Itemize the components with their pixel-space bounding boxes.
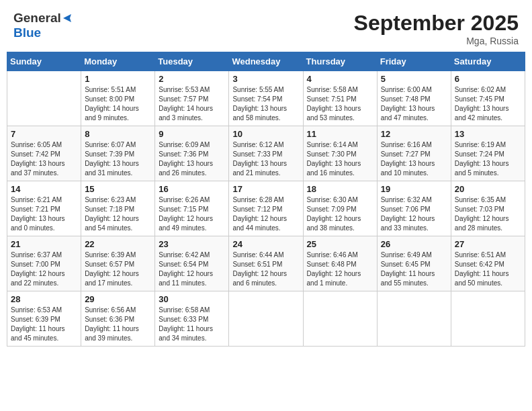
calendar-cell: 1Sunrise: 5:51 AM Sunset: 8:00 PM Daylig… [81, 71, 155, 126]
calendar-cell: 14Sunrise: 6:21 AM Sunset: 7:21 PM Dayli… [7, 181, 81, 236]
calendar-week-row: 1Sunrise: 5:51 AM Sunset: 8:00 PM Daylig… [7, 71, 525, 126]
header-saturday: Saturday [451, 52, 525, 71]
calendar-cell: 9Sunrise: 6:09 AM Sunset: 7:36 PM Daylig… [155, 126, 229, 181]
day-info: Sunrise: 6:12 AM Sunset: 7:33 PM Dayligh… [232, 140, 299, 178]
day-number: 24 [232, 239, 299, 249]
day-info: Sunrise: 6:56 AM Sunset: 6:36 PM Dayligh… [85, 306, 151, 343]
calendar-cell: 24Sunrise: 6:44 AM Sunset: 6:51 PM Dayli… [229, 236, 303, 291]
logo-general: General [13, 11, 61, 26]
calendar-table: SundayMondayTuesdayWednesdayThursdayFrid… [7, 52, 525, 347]
calendar-week-row: 7Sunrise: 6:05 AM Sunset: 7:42 PM Daylig… [7, 126, 525, 181]
day-number: 6 [455, 74, 521, 84]
header-wednesday: Wednesday [229, 52, 303, 71]
day-number: 13 [455, 129, 521, 139]
calendar-cell: 5Sunrise: 6:00 AM Sunset: 7:48 PM Daylig… [377, 71, 451, 126]
calendar-cell: 4Sunrise: 5:58 AM Sunset: 7:51 PM Daylig… [303, 71, 377, 126]
day-info: Sunrise: 6:32 AM Sunset: 7:06 PM Dayligh… [381, 195, 447, 233]
calendar-cell: 19Sunrise: 6:32 AM Sunset: 7:06 PM Dayli… [377, 181, 451, 236]
day-number: 17 [232, 184, 299, 194]
day-number: 16 [159, 184, 225, 194]
day-number: 12 [381, 129, 447, 139]
day-info: Sunrise: 6:21 AM Sunset: 7:21 PM Dayligh… [11, 195, 77, 233]
calendar-cell: 17Sunrise: 6:28 AM Sunset: 7:12 PM Dayli… [229, 181, 303, 236]
calendar-cell: 29Sunrise: 6:56 AM Sunset: 6:36 PM Dayli… [81, 291, 155, 347]
calendar-cell [229, 291, 303, 347]
calendar-cell: 7Sunrise: 6:05 AM Sunset: 7:42 PM Daylig… [7, 126, 81, 181]
day-info: Sunrise: 6:23 AM Sunset: 7:18 PM Dayligh… [85, 195, 151, 233]
day-number: 1 [85, 74, 151, 84]
calendar-cell: 18Sunrise: 6:30 AM Sunset: 7:09 PM Dayli… [303, 181, 377, 236]
day-number: 22 [85, 239, 151, 249]
calendar-cell: 10Sunrise: 6:12 AM Sunset: 7:33 PM Dayli… [229, 126, 303, 181]
calendar-cell [7, 71, 81, 126]
day-info: Sunrise: 6:00 AM Sunset: 7:48 PM Dayligh… [381, 85, 447, 123]
day-number: 28 [11, 294, 77, 304]
day-info: Sunrise: 6:09 AM Sunset: 7:36 PM Dayligh… [159, 140, 225, 178]
header-tuesday: Tuesday [155, 52, 229, 71]
calendar-cell [303, 291, 377, 347]
day-number: 27 [455, 239, 521, 249]
calendar-week-row: 14Sunrise: 6:21 AM Sunset: 7:21 PM Dayli… [7, 181, 525, 236]
day-number: 25 [307, 239, 373, 249]
calendar-cell: 26Sunrise: 6:49 AM Sunset: 6:45 PM Dayli… [377, 236, 451, 291]
calendar-cell: 16Sunrise: 6:26 AM Sunset: 7:15 PM Dayli… [155, 181, 229, 236]
calendar-cell: 12Sunrise: 6:16 AM Sunset: 7:27 PM Dayli… [377, 126, 451, 181]
day-info: Sunrise: 6:53 AM Sunset: 6:39 PM Dayligh… [11, 306, 77, 343]
day-number: 23 [159, 239, 225, 249]
logo: General Blue [13, 11, 75, 40]
header-sunday: Sunday [7, 52, 81, 71]
day-info: Sunrise: 6:28 AM Sunset: 7:12 PM Dayligh… [232, 195, 299, 233]
day-number: 9 [159, 129, 225, 139]
month-title: September 2025 [354, 11, 519, 36]
day-info: Sunrise: 6:49 AM Sunset: 6:45 PM Dayligh… [381, 250, 447, 288]
day-info: Sunrise: 6:05 AM Sunset: 7:42 PM Dayligh… [11, 140, 77, 178]
calendar-cell: 13Sunrise: 6:19 AM Sunset: 7:24 PM Dayli… [451, 126, 525, 181]
day-info: Sunrise: 6:07 AM Sunset: 7:39 PM Dayligh… [85, 140, 151, 178]
location: Mga, Russia [354, 36, 519, 46]
day-number: 3 [232, 74, 299, 84]
day-number: 7 [11, 129, 77, 139]
calendar-cell [451, 291, 525, 347]
header-thursday: Thursday [303, 52, 377, 71]
day-info: Sunrise: 6:14 AM Sunset: 7:30 PM Dayligh… [307, 140, 373, 178]
day-number: 5 [381, 74, 447, 84]
day-info: Sunrise: 5:51 AM Sunset: 8:00 PM Dayligh… [85, 85, 151, 123]
calendar-cell: 21Sunrise: 6:37 AM Sunset: 7:00 PM Dayli… [7, 236, 81, 291]
day-info: Sunrise: 5:58 AM Sunset: 7:51 PM Dayligh… [307, 85, 373, 123]
day-info: Sunrise: 6:51 AM Sunset: 6:42 PM Dayligh… [455, 250, 521, 288]
day-info: Sunrise: 6:46 AM Sunset: 6:48 PM Dayligh… [307, 250, 373, 288]
day-number: 8 [85, 129, 151, 139]
day-info: Sunrise: 6:58 AM Sunset: 6:33 PM Dayligh… [159, 306, 225, 343]
calendar-week-row: 28Sunrise: 6:53 AM Sunset: 6:39 PM Dayli… [7, 291, 525, 347]
day-number: 26 [381, 239, 447, 249]
calendar-week-row: 21Sunrise: 6:37 AM Sunset: 7:00 PM Dayli… [7, 236, 525, 291]
calendar-cell: 25Sunrise: 6:46 AM Sunset: 6:48 PM Dayli… [303, 236, 377, 291]
calendar-cell: 20Sunrise: 6:35 AM Sunset: 7:03 PM Dayli… [451, 181, 525, 236]
day-info: Sunrise: 6:02 AM Sunset: 7:45 PM Dayligh… [455, 85, 521, 123]
day-number: 15 [85, 184, 151, 194]
logo-blue: Blue [13, 26, 41, 40]
day-info: Sunrise: 6:42 AM Sunset: 6:54 PM Dayligh… [159, 250, 225, 288]
calendar-cell: 8Sunrise: 6:07 AM Sunset: 7:39 PM Daylig… [81, 126, 155, 181]
calendar-cell: 23Sunrise: 6:42 AM Sunset: 6:54 PM Dayli… [155, 236, 229, 291]
day-number: 14 [11, 184, 77, 194]
day-info: Sunrise: 6:30 AM Sunset: 7:09 PM Dayligh… [307, 195, 373, 233]
page-header: General Blue September 2025 Mga, Russia [7, 7, 525, 46]
day-info: Sunrise: 6:26 AM Sunset: 7:15 PM Dayligh… [159, 195, 225, 233]
day-info: Sunrise: 6:37 AM Sunset: 7:00 PM Dayligh… [11, 250, 77, 288]
logo-plane-icon [62, 13, 74, 23]
day-number: 29 [85, 294, 151, 304]
calendar-cell: 28Sunrise: 6:53 AM Sunset: 6:39 PM Dayli… [7, 291, 81, 347]
calendar-header-row: SundayMondayTuesdayWednesdayThursdayFrid… [7, 52, 525, 71]
title-area: September 2025 Mga, Russia [354, 11, 519, 46]
day-info: Sunrise: 6:39 AM Sunset: 6:57 PM Dayligh… [85, 250, 151, 288]
day-info: Sunrise: 5:55 AM Sunset: 7:54 PM Dayligh… [232, 85, 299, 123]
day-number: 2 [159, 74, 225, 84]
calendar-cell: 15Sunrise: 6:23 AM Sunset: 7:18 PM Dayli… [81, 181, 155, 236]
day-number: 30 [159, 294, 225, 304]
day-number: 10 [232, 129, 299, 139]
header-monday: Monday [81, 52, 155, 71]
calendar-cell: 30Sunrise: 6:58 AM Sunset: 6:33 PM Dayli… [155, 291, 229, 347]
calendar-cell: 22Sunrise: 6:39 AM Sunset: 6:57 PM Dayli… [81, 236, 155, 291]
day-info: Sunrise: 5:53 AM Sunset: 7:57 PM Dayligh… [159, 85, 225, 123]
